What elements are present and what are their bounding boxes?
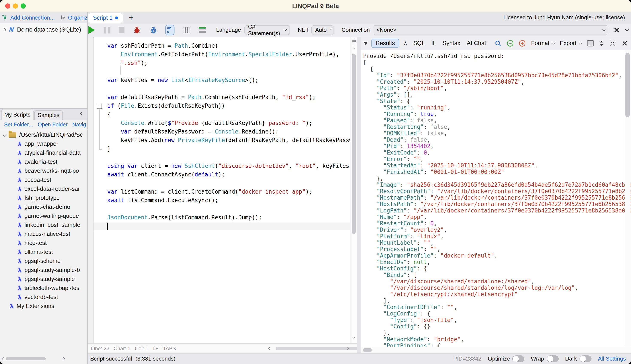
scroll-left-icon[interactable]	[2, 357, 5, 360]
result-line: "ExecIDs": null,	[363, 259, 631, 265]
close-connection-button[interactable]	[614, 27, 619, 33]
tab-samples[interactable]: Samples	[34, 110, 63, 120]
script-item[interactable]: λlinkedin_post_sample	[0, 220, 87, 230]
toolbar-chevron-down-icon[interactable]	[625, 28, 629, 32]
editor-vertical-scrollbar[interactable]	[350, 37, 357, 344]
dotnet-version-select[interactable]: Auto	[312, 25, 334, 35]
script-item[interactable]: λollama-test	[0, 248, 87, 256]
result-line: "Pid": 1354402,	[363, 143, 631, 150]
script-item[interactable]: λapp_wrapper	[0, 139, 87, 148]
script-item[interactable]: λcocoa-test	[0, 175, 87, 184]
my-extensions-item[interactable]: λ My Extensions	[0, 302, 87, 310]
format-dropdown[interactable]: Format	[531, 40, 554, 46]
result-line: "ProcessLabel": "",	[363, 246, 631, 252]
collapse-panel-icon[interactable]	[80, 112, 84, 116]
chevron-down-icon[interactable]	[3, 133, 6, 136]
script-item[interactable]: λmacos-native-test	[0, 230, 87, 238]
scripts-root-folder[interactable]: /Users/rkttu/LINQPad/Sc	[0, 130, 87, 139]
collapse-results-icon[interactable]	[364, 42, 368, 45]
code-line	[107, 67, 350, 76]
unsaved-dot-icon	[115, 16, 118, 19]
optimize-toggle[interactable]	[512, 356, 524, 362]
navigate-link[interactable]: Navig	[72, 122, 86, 128]
debug-bug-icon[interactable]	[133, 26, 141, 34]
chevron-right-icon[interactable]	[3, 28, 6, 31]
scrollbar-thumb[interactable]	[352, 54, 356, 234]
results-output[interactable]: Provide /Users/rkttu/.ssh/id_rsa passwor…	[360, 50, 631, 347]
script-item[interactable]: λgarnet-chat-demo	[0, 202, 87, 212]
expand-results-icon[interactable]	[609, 40, 616, 47]
connection-label: Demo database (SQLite)	[17, 26, 81, 33]
all-settings-link[interactable]: All Settings	[598, 356, 626, 362]
open-folder-link[interactable]: Open Folder	[38, 122, 68, 128]
results-vertical-scrollbar[interactable]	[624, 50, 630, 346]
sort-updown-icon[interactable]	[600, 40, 604, 46]
script-item[interactable]: λexcel-data-reader-sar	[0, 184, 87, 194]
zoom-in-icon[interactable]: +	[519, 40, 526, 46]
toggle-knob	[580, 356, 586, 362]
script-item[interactable]: λfsh_prototype	[0, 194, 87, 202]
new-tab-button[interactable]: +	[129, 13, 134, 22]
set-folder-link[interactable]: Set Folder...	[4, 122, 33, 128]
editor-results-splitter[interactable]	[357, 37, 360, 353]
scroll-right-icon[interactable]	[62, 357, 65, 360]
scroll-up-icon[interactable]	[352, 48, 356, 51]
stop-button[interactable]	[119, 27, 124, 33]
splitter-grip-icon[interactable]	[351, 38, 356, 46]
code-editor[interactable]: var sshFolderPath = Path.Combine( Enviro…	[88, 37, 357, 353]
script-item[interactable]: λvectordb-test	[0, 292, 87, 302]
script-item[interactable]: λbeaverworks-mqtt-po	[0, 166, 87, 175]
panel-layout-icon[interactable]	[587, 40, 594, 46]
scroll-left-icon[interactable]	[268, 347, 272, 350]
connection-item-demo-db[interactable]: N Demo database (SQLite)	[0, 23, 87, 33]
dark-toggle[interactable]	[580, 356, 592, 362]
results-tab--[interactable]: λ	[404, 40, 407, 46]
chevron-down-icon	[552, 41, 555, 44]
scrollbar-thumb[interactable]	[626, 53, 630, 117]
run-button[interactable]	[88, 26, 95, 34]
results-tab-sql[interactable]: SQL	[413, 40, 425, 46]
result-line: "Created": "2025-10-10T11:14:37.95295040…	[363, 78, 631, 85]
export-dropdown[interactable]: Export	[560, 40, 581, 46]
sidebar-horizontal-scrollbar[interactable]	[0, 354, 88, 364]
language-select[interactable]: C# Statement(s)	[244, 25, 290, 35]
scrollbar-thumb[interactable]	[363, 348, 372, 352]
results-horizontal-scrollbar[interactable]	[360, 347, 631, 353]
script-item[interactable]: λtablecloth-webapi-tes	[0, 284, 87, 292]
scroll-down-icon[interactable]	[352, 335, 356, 339]
debug-breakpoint-bug-icon[interactable]: 1	[150, 26, 158, 34]
script-item[interactable]: λgarnet-waiting-queue	[0, 212, 87, 220]
zoom-out-icon[interactable]: −	[507, 40, 514, 46]
add-connection-button[interactable]: Add Connection...	[10, 14, 55, 21]
script-item[interactable]: λpgsql-study-sample-b	[0, 266, 87, 274]
lambda-icon: λ	[18, 158, 22, 165]
results-tab-ai-chat[interactable]: AI Chat	[467, 40, 486, 46]
script-item[interactable]: λpgsql-scheme	[0, 256, 87, 266]
script-item[interactable]: λavalonia-test	[0, 157, 87, 166]
tab-script-1[interactable]: Script 1	[88, 13, 123, 23]
tab-my-scripts[interactable]: My Scripts	[1, 109, 34, 120]
outline-list-icon[interactable]	[198, 26, 206, 34]
grid-results-mode-icon[interactable]	[183, 26, 190, 34]
wrap-toggle[interactable]	[547, 356, 559, 362]
results-tab-il[interactable]: IL	[432, 40, 436, 46]
results-tab-results[interactable]: Results	[371, 39, 399, 48]
result-line: Provide /Users/rkttu/.ssh/id_rsa passwor…	[363, 53, 631, 59]
connection-select[interactable]: <None>	[373, 25, 608, 35]
close-results-icon[interactable]	[622, 40, 628, 46]
script-item[interactable]: λmcp-test	[0, 238, 87, 248]
editor-horizontal-scrollbar[interactable]	[180, 344, 357, 353]
pause-button[interactable]	[104, 26, 110, 34]
status-bar: Script successful (3.381 seconds) PID=28…	[88, 353, 631, 364]
organize-button[interactable]: Organiz	[68, 14, 88, 21]
code-line: Console.Write($"Provide {defaultRsaKeyPa…	[107, 119, 350, 127]
results-tab-syntax[interactable]: Syntax	[442, 40, 460, 46]
script-item[interactable]: λpgsql-study-sample	[0, 274, 87, 284]
scrollbar-thumb[interactable]	[6, 357, 46, 360]
text-results-mode-button[interactable]: abc	[165, 25, 175, 35]
search-icon[interactable]	[494, 40, 501, 47]
fold-collapse-icon[interactable]: −	[97, 104, 102, 108]
script-item-label: cocoa-test	[24, 177, 51, 183]
script-item[interactable]: λatypical-financial-data	[0, 148, 87, 157]
code-area[interactable]: var sshFolderPath = Path.Combine( Enviro…	[94, 37, 350, 344]
